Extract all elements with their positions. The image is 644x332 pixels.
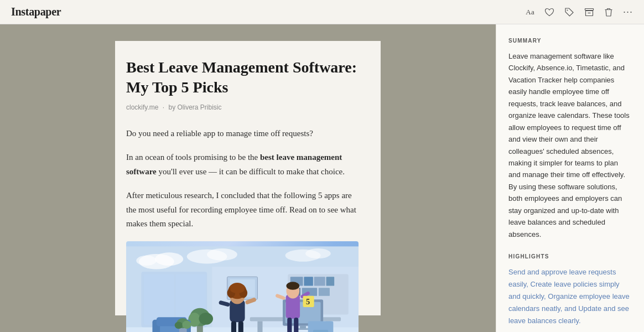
article-title: Best Leave Management Software: My Top 5… [126, 58, 359, 98]
svg-rect-19 [314, 277, 325, 286]
nav-icons: Aa ··· [526, 6, 633, 18]
like-icon[interactable] [544, 8, 554, 17]
more-icon[interactable]: ··· [623, 6, 633, 18]
svg-rect-60 [287, 318, 292, 332]
svg-point-10 [305, 248, 331, 258]
highlights-label: HIGHLIGHTS [508, 253, 632, 260]
trash-icon[interactable] [604, 7, 613, 17]
top-nav: Instapaper Aa ··· [0, 0, 644, 24]
svg-rect-61 [294, 318, 298, 332]
article-area: Best Leave Management Software: My Top 5… [0, 24, 496, 332]
font-size-icon[interactable]: Aa [526, 8, 534, 17]
svg-point-8 [207, 248, 237, 261]
summary-label: SUMMARY [508, 38, 632, 44]
article-meta: clockify.me · by Olivera Pribisic [126, 103, 359, 111]
summary-text: Leave management software like Clockify,… [508, 50, 632, 240]
highlight-link[interactable]: Send and approve leave requests easily, … [508, 268, 630, 325]
article-author: by Olivera Pribisic [168, 103, 221, 111]
highlights-text: Send and approve leave requests easily, … [508, 266, 632, 327]
svg-point-46 [230, 285, 245, 293]
sidebar: SUMMARY Leave management software like C… [496, 24, 644, 332]
app-logo: Instapaper [11, 6, 61, 18]
paragraph-1: Do you need a reliable app to manage tim… [126, 127, 359, 141]
svg-point-73 [182, 320, 191, 329]
svg-rect-20 [326, 277, 335, 286]
svg-rect-23 [319, 288, 330, 296]
tag-icon[interactable] [564, 7, 574, 17]
svg-rect-1 [585, 8, 593, 10]
svg-rect-18 [304, 277, 313, 286]
svg-point-0 [567, 9, 568, 11]
svg-point-55 [286, 282, 299, 290]
meta-separator: · [163, 103, 164, 111]
svg-point-6 [136, 256, 157, 266]
highlights-section: HIGHLIGHTS Send and approve leave reques… [508, 253, 632, 332]
svg-rect-13 [144, 274, 174, 324]
svg-point-72 [175, 321, 183, 329]
svg-point-40 [199, 313, 213, 325]
article-image: 5 [126, 241, 359, 332]
svg-rect-34 [313, 330, 328, 332]
svg-point-5 [155, 252, 183, 266]
paragraph-3: After meticulous research, I concluded t… [126, 189, 359, 231]
article-source: clockify.me [126, 103, 158, 111]
paragraph-2: In an ocean of tools promising to be the… [126, 151, 359, 179]
svg-rect-49 [231, 321, 236, 332]
svg-rect-31 [300, 325, 306, 328]
article-content: Best Leave Management Software: My Top 5… [115, 41, 381, 315]
svg-rect-50 [238, 321, 243, 332]
main-layout: Best Leave Management Software: My Top 5… [0, 24, 644, 332]
svg-text:5: 5 [306, 297, 310, 306]
archive-icon[interactable] [584, 8, 594, 17]
article-body: Do you need a reliable app to manage tim… [126, 127, 359, 231]
svg-rect-27 [257, 321, 262, 332]
summary-section: SUMMARY Leave management software like C… [508, 38, 632, 240]
